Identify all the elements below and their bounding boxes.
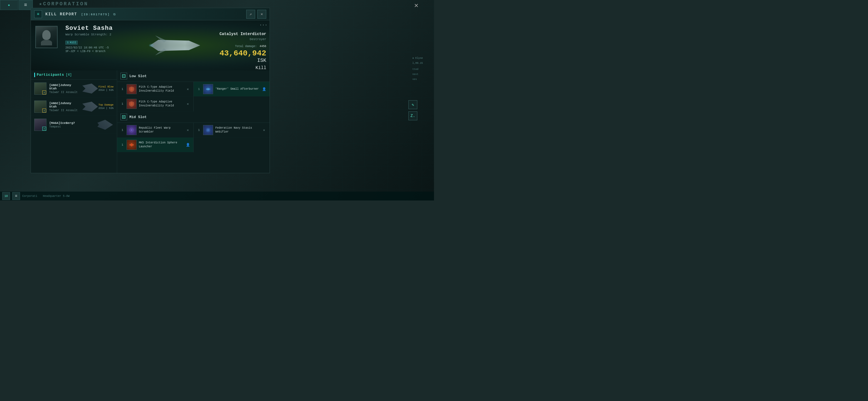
eq-icon-webifier (203, 125, 213, 135)
bottom-menu-button[interactable]: ≡ (12, 192, 20, 200)
kill-stats: ··· Catalyst Interdictor Destroyer Total… (214, 20, 270, 70)
mid-slot-right: 1 Federation Navy Stasis Webifier ✕ (193, 123, 270, 152)
top-close-button[interactable]: ✕ (409, 1, 423, 10)
ship-model-area (136, 20, 214, 70)
participant-ship: Talwar II Assault (49, 109, 79, 112)
svg-rect-16 (131, 143, 132, 146)
ship-model-svg (145, 30, 206, 61)
side-chat: a Elyse l,09.15 tted next ves (412, 56, 423, 82)
participant-info: [ANGC]Johnny Utah Talwar II Assault (46, 84, 82, 94)
participant-name: [ANGC]Johnny Utah (49, 102, 79, 108)
bottom-menu-icon: ≡ (15, 194, 17, 198)
victim-subtitle: Warp Scramble Strength: 2 (65, 33, 133, 36)
participant-avatar: ★ (34, 119, 46, 131)
kill-type-badge: Kill (217, 65, 266, 70)
eq-name: 'Ranger' Small Afterburner (215, 87, 262, 91)
equipment-row-highlighted[interactable]: 1 'Ranger' Small Afterburner 👤 (194, 82, 270, 97)
participant-avatar: ★ (34, 82, 46, 95)
ship-class: Destroyer (250, 37, 266, 41)
eq-name: MK5 Interdiction Sphere Launcher (139, 141, 186, 149)
participant-item[interactable]: ★ [ANGC]Johnny Utah Talwar II Assault To… (31, 98, 117, 116)
victim-name: Soviet Sasha (65, 25, 133, 32)
hq-text: Headquarter 5-OW (43, 195, 69, 198)
eq-qty: 1 (121, 143, 124, 146)
equipment-row-highlighted[interactable]: 1 MK5 Interdiction Sphere Launcher 👤 (117, 138, 193, 152)
eq-icon-shield (127, 99, 136, 109)
low-slot-right: 1 'Ranger' Small Afterburner 👤 (193, 82, 270, 111)
eq-icon-warp (127, 125, 136, 135)
corp-text: Corporati (22, 195, 37, 198)
eq-name: Federation Navy Stasis Webifier (215, 126, 262, 134)
eq-close-btn[interactable]: ✕ (186, 102, 190, 106)
eq-icon-launcher (127, 140, 136, 150)
kill-report-panel: ≡ KILL REPORT [ID:6817875] ⧉ ↗ ✕ Soviet … (31, 8, 270, 173)
star-badge-gold: ★ (42, 90, 46, 94)
eq-close-btn[interactable]: ✕ (262, 128, 266, 132)
low-slot-left: 1 Pith C-Type Adaptive Invulnerability F… (117, 82, 193, 111)
participant-info: [MAGA]IceBerg7 Tempest (46, 121, 97, 128)
mid-slot-left: 1 Republic Fleet Warp Scrambler ✕ 1 (117, 123, 193, 152)
participant-stats: Final Blow 2314 | 51% (98, 85, 114, 92)
kill-count-badge: 1 Kill (65, 41, 78, 45)
ship-icon (82, 83, 98, 94)
equipment-row[interactable]: 1 Pith C-Type Adaptive Invulnerability F… (117, 82, 193, 97)
isk-value: 43,640,942 (219, 49, 266, 58)
eq-name: Pith C-Type Adaptive Invulnerability Fie… (139, 100, 186, 108)
low-slot-icon (121, 73, 127, 79)
eq-icon-shield (127, 84, 136, 94)
eq-close-btn[interactable]: ✕ (186, 128, 190, 132)
eq-qty: 1 (121, 128, 124, 132)
isk-label: ISK (257, 58, 266, 63)
panel-title: KILL REPORT [ID:6817875] ⧉ (45, 12, 116, 17)
stat-label: Top Damage (98, 104, 114, 106)
participant-item[interactable]: ★ [MAGA]IceBerg7 Tempest (31, 116, 117, 134)
bottom-bar: 10 ≡ Corporati Headquarter 5-OW (0, 192, 434, 200)
panel-close-icon: ✕ (261, 12, 263, 17)
equipment-row[interactable]: 1 Pith C-Type Adaptive Invulnerability F… (117, 97, 193, 111)
mid-slot-grid: 1 Republic Fleet Warp Scrambler ✕ 1 (117, 123, 270, 152)
eq-name: Republic Fleet Warp Scrambler (139, 126, 186, 134)
svg-point-1 (149, 44, 154, 47)
participant-avatar: ★ (34, 101, 46, 113)
main-content: Participants [4] ★ [ANGC]Johnny Utah Tal… (31, 70, 270, 173)
number-badge: 10 (2, 192, 10, 200)
panel-close-button[interactable]: ✕ (257, 10, 266, 19)
top-close-icon: ✕ (414, 2, 419, 9)
participant-item[interactable]: ★ [ANGC]Johnny Utah Talwar II Assault Fi… (31, 80, 117, 98)
zoom-button[interactable]: Z. (408, 111, 417, 120)
logo-icon: ✦ (7, 2, 10, 8)
stat-label: Final Blow (98, 85, 114, 88)
edit-icon: ✎ (412, 103, 414, 107)
star-badge-gold: ★ (42, 109, 46, 113)
panel-header: ≡ KILL REPORT [ID:6817875] ⧉ ↗ ✕ (31, 8, 270, 20)
participants-label: Participants (37, 73, 64, 77)
ship-name: Catalyst Interdictor (219, 32, 266, 36)
equipment-panel: Low Slot 1 Pith C-Type A (117, 70, 270, 173)
low-slot-header: Low Slot (117, 70, 270, 82)
export-icon: ↗ (250, 12, 252, 17)
section-bar (34, 73, 35, 77)
participants-panel: Participants [4] ★ [ANGC]Johnny Utah Tal… (31, 70, 117, 173)
right-icons: ✎ Z. (408, 100, 417, 120)
kill-header: Soviet Sasha Warp Scramble Strength: 2 1… (31, 20, 270, 70)
svg-point-6 (130, 87, 133, 91)
eq-qty: 1 (121, 103, 124, 106)
eq-qty: 1 (197, 88, 201, 91)
panel-menu-icon: ≡ (37, 12, 39, 17)
svg-point-7 (130, 102, 133, 106)
panel-actions: ↗ ✕ (246, 10, 266, 19)
kill-info: Soviet Sasha Warp Scramble Strength: 2 1… (62, 20, 136, 70)
equipment-row[interactable]: 1 Republic Fleet Warp Scrambler ✕ (117, 123, 193, 138)
edit-button[interactable]: ✎ (408, 100, 417, 109)
ship-icon (97, 119, 114, 130)
star-badge: ★ (42, 127, 46, 131)
eq-person-btn[interactable]: 👤 (186, 143, 190, 147)
eq-close-btn[interactable]: ✕ (186, 87, 190, 91)
mid-slot-icon (121, 114, 127, 120)
equipment-row[interactable]: 1 Federation Navy Stasis Webifier ✕ (194, 123, 270, 138)
logo-button[interactable]: ✦ (0, 0, 18, 10)
eq-person-btn[interactable]: 👤 (262, 87, 266, 91)
dots-menu[interactable]: ··· (259, 23, 267, 28)
export-button[interactable]: ↗ (246, 10, 255, 19)
panel-menu-button[interactable]: ≡ (34, 10, 42, 18)
